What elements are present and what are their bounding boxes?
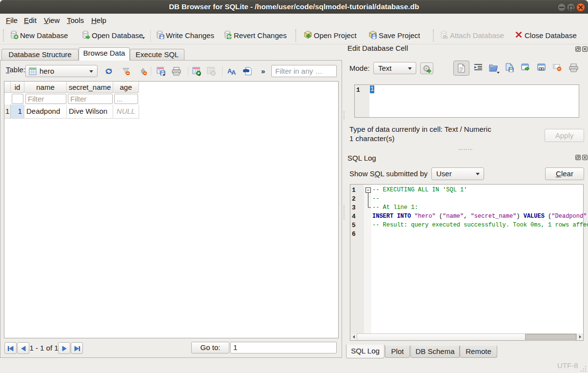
- svg-text:A: A: [231, 69, 236, 76]
